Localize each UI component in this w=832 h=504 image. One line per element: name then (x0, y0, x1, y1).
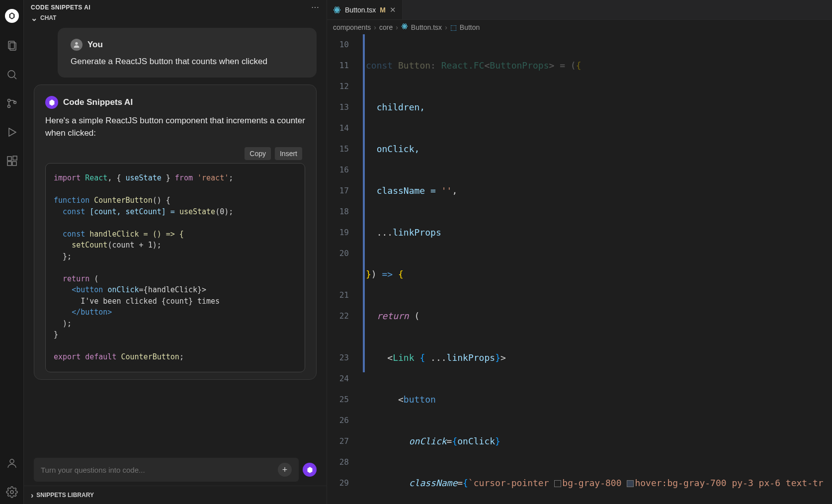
tab-modified-indicator: M (380, 6, 386, 14)
svg-point-13 (336, 9, 338, 10)
extensions-icon[interactable] (0, 149, 24, 173)
svg-point-10 (10, 459, 14, 463)
chat-input-row: + (24, 454, 327, 486)
code-actions: Copy Insert (45, 147, 305, 160)
svg-point-3 (7, 99, 10, 102)
tab-filename: Button.tsx (345, 6, 376, 14)
editor-area: Button.tsx M ✕ components› core› Button.… (327, 0, 832, 504)
svg-rect-7 (7, 162, 11, 166)
run-debug-icon[interactable] (0, 120, 24, 144)
symbol-icon: ⬚ (450, 23, 457, 31)
side-panel: CODE SNIPPETS AI ··· ⌄ CHAT You Generate… (24, 0, 327, 504)
react-file-icon (333, 6, 341, 14)
breadcrumb-item[interactable]: core (379, 23, 393, 31)
breadcrumb[interactable]: components› core› Button.tsx› ⬚ Button (327, 20, 832, 34)
svg-rect-9 (13, 156, 17, 160)
breadcrumb-item[interactable]: Button (460, 23, 480, 31)
tab-button-tsx[interactable]: Button.tsx M ✕ (327, 0, 403, 19)
snippets-library-label: SNIPPETS LIBRARY (36, 492, 94, 499)
code-content[interactable]: const Button: React.FC<ButtonProps> = ({… (366, 34, 832, 504)
user-prompt-text: Generate a ReactJS button that counts wh… (71, 57, 304, 67)
chevron-right-icon: › (31, 492, 33, 500)
svg-rect-8 (12, 162, 16, 166)
user-avatar-icon (71, 39, 83, 51)
user-message: You Generate a ReactJS button that count… (58, 28, 317, 78)
source-control-icon[interactable] (0, 91, 24, 115)
breadcrumb-item[interactable]: Button.tsx (411, 23, 442, 31)
files-icon[interactable] (0, 34, 24, 58)
svg-point-17 (404, 26, 405, 27)
chat-label: CHAT (40, 14, 56, 21)
chat-scroll: You Generate a ReactJS button that count… (24, 24, 327, 454)
svg-point-12 (75, 42, 78, 45)
panel-title: CODE SNIPPETS AI (31, 4, 90, 11)
chat-input-wrapper: + (34, 458, 299, 482)
svg-point-2 (8, 71, 15, 78)
chevron-down-icon: ⌄ (31, 14, 37, 22)
svg-point-4 (7, 105, 10, 108)
panel-more-icon[interactable]: ··· (312, 4, 320, 11)
user-name-label: You (87, 40, 103, 50)
ai-code-block[interactable]: import React, { useState } from 'react';… (45, 163, 305, 372)
insert-button[interactable]: Insert (275, 147, 302, 160)
chat-section-toggle[interactable]: ⌄ CHAT (24, 14, 327, 22)
ai-message: Code Snippets AI Here's a simple ReactJS… (34, 84, 317, 380)
chat-input[interactable] (41, 466, 278, 474)
settings-gear-icon[interactable] (0, 480, 24, 504)
copy-button[interactable]: Copy (245, 147, 271, 160)
account-icon[interactable] (0, 451, 24, 475)
ai-intro-text: Here's a simple ReactJS button component… (45, 115, 305, 139)
send-button[interactable] (303, 463, 317, 477)
search-icon[interactable] (0, 63, 24, 86)
breadcrumb-item[interactable]: components (333, 23, 371, 31)
svg-rect-6 (7, 157, 11, 161)
line-gutter: 1011121314151617181920212223242526272829 (327, 34, 362, 494)
snippets-library-toggle[interactable]: › SNIPPETS LIBRARY (24, 486, 327, 504)
svg-point-11 (10, 491, 13, 494)
code-editor[interactable]: 1011121314151617181920212223242526272829… (327, 34, 832, 504)
activity-bar (0, 0, 24, 504)
tab-close-icon[interactable]: ✕ (390, 5, 396, 14)
tab-bar: Button.tsx M ✕ (327, 0, 832, 20)
ai-logo-icon (45, 96, 58, 109)
react-file-icon (401, 23, 408, 31)
add-button[interactable]: + (278, 463, 292, 477)
ai-name-label: Code Snippets AI (63, 97, 133, 107)
extension-logo-icon[interactable] (0, 5, 24, 29)
panel-header: CODE SNIPPETS AI ··· (24, 0, 327, 13)
color-swatch-icon (627, 480, 634, 487)
git-change-bar (363, 34, 365, 372)
color-swatch-icon (554, 480, 561, 487)
